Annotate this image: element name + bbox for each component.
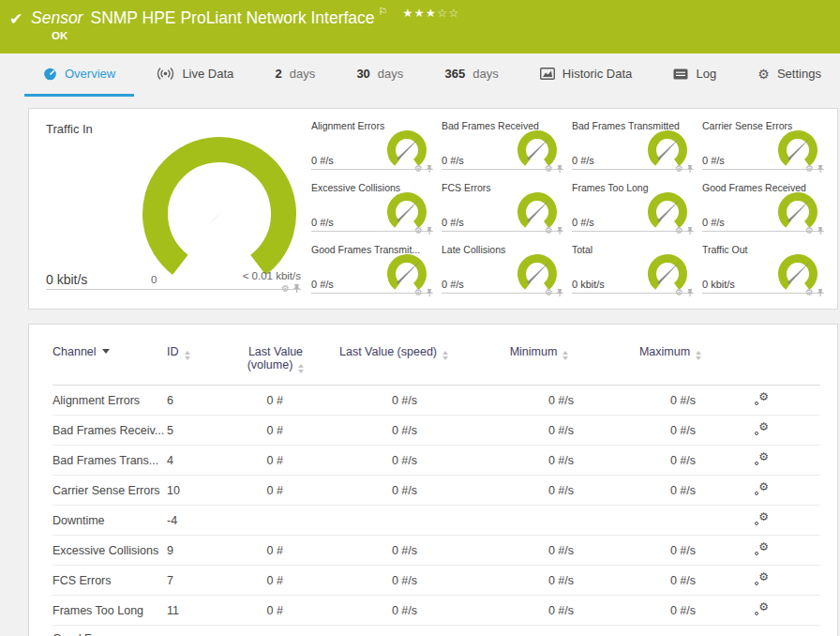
channel-gear-icon[interactable]: ⚙ [281, 284, 290, 294]
channel-gauge-cell[interactable]: Late Collisions 0 #/s ⚙ [442, 244, 563, 294]
column-header-id[interactable]: ID [167, 325, 232, 386]
channel-gauge-cell[interactable]: Bad Frames Transmitted 0 #/s ⚙ [572, 120, 694, 170]
channel-gear-icon[interactable]: ⚙ [414, 226, 423, 235]
channel-name-cell[interactable]: Frames Too Long [52, 596, 167, 626]
channel-gauge-cell[interactable]: Total 0 kbit/s ⚙ [572, 244, 694, 294]
pin-icon[interactable] [556, 164, 563, 174]
channel-gauge-cell[interactable]: Frames Too Long 0 #/s ⚙ [572, 182, 694, 232]
pin-icon[interactable] [817, 164, 824, 174]
column-header-last-value-speed[interactable]: Last Value (speed) [319, 325, 469, 386]
sort-icon [298, 364, 304, 373]
pin-icon[interactable] [426, 226, 433, 235]
channel-name-cell[interactable]: Good Frames Recei... [52, 626, 167, 636]
channel-settings-icon[interactable]: ⚙ [755, 482, 769, 495]
tab-log[interactable]: Log [654, 53, 735, 97]
table-row: Frames Too Long 11 0 # 0 #/s 0 #/s 0 #/s… [52, 596, 820, 626]
gauge-scale-min: 0 [151, 274, 157, 285]
tab-number: 365 [445, 67, 466, 81]
pin-icon[interactable] [292, 283, 301, 294]
stars-empty: ☆☆ [437, 7, 460, 20]
channel-gear-icon[interactable]: ⚙ [545, 288, 553, 297]
last-value-volume-cell: 0 # [232, 386, 319, 416]
channel-gauge-cell[interactable]: Alignment Errors 0 #/s ⚙ [311, 120, 433, 170]
channel-gear-icon[interactable]: ⚙ [805, 164, 814, 174]
broadcast-icon [157, 68, 174, 80]
channel-gauge-cell[interactable]: FCS Errors 0 #/s ⚙ [442, 182, 563, 232]
channel-gauge-cell[interactable]: Traffic Out 0 kbit/s ⚙ [702, 244, 824, 294]
gauge-value: 0 #/s [702, 217, 725, 228]
channel-name-cell[interactable]: Carrier Sense Errors [52, 476, 167, 506]
channel-gauge-cell[interactable]: Good Frames Received 0 #/s ⚙ [702, 182, 824, 232]
tab-label: Log [696, 67, 716, 81]
column-header-minimum[interactable]: Minimum [469, 325, 609, 386]
last-value-volume-cell: 0 # [232, 596, 319, 626]
channel-name-cell[interactable]: Excessive Collisions [52, 536, 167, 566]
channel-settings-icon[interactable]: ⚙ [755, 602, 769, 615]
tab-historic-data[interactable]: Historic Data [521, 53, 651, 97]
channel-settings-icon[interactable]: ⚙ [755, 392, 769, 405]
channel-settings-icon[interactable]: ⚙ [755, 422, 769, 435]
last-value-volume-cell: 0 # [232, 566, 319, 596]
status-badge: OK [52, 30, 68, 41]
channel-settings-icon[interactable]: ⚙ [755, 542, 769, 555]
pin-icon[interactable] [686, 288, 694, 297]
priority-star-rating[interactable]: ★★★☆☆ [402, 7, 459, 20]
channel-id-cell: 3 [167, 626, 232, 636]
channel-gear-icon[interactable]: ⚙ [545, 164, 553, 174]
minimum-cell: 0 #/s [469, 446, 609, 476]
channel-settings-icon[interactable]: ⚙ [755, 452, 769, 465]
channel-gear-icon[interactable]: ⚙ [675, 226, 683, 235]
tab-live-data[interactable]: Live Data [138, 53, 252, 97]
channel-gauge-cell[interactable]: Excessive Collisions 0 #/s ⚙ [311, 182, 433, 232]
channel-gear-icon[interactable]: ⚙ [805, 226, 814, 235]
column-header-channel[interactable]: Channel [52, 325, 167, 386]
column-header-maximum[interactable]: Maximum [609, 325, 731, 386]
pin-icon[interactable] [686, 226, 694, 235]
channel-name-cell[interactable]: Alignment Errors [52, 386, 167, 416]
tab-2-days[interactable]: 2 days [256, 53, 334, 97]
flag-icon[interactable]: ⚐ [379, 6, 388, 17]
table-row: Good Frames Recei... 3 0 # 0 #/s 0 #/s 0… [52, 626, 820, 636]
table-row: Carrier Sense Errors 10 0 # 0 #/s 0 #/s … [52, 476, 820, 506]
object-kind-label: Sensor [31, 8, 82, 27]
channel-name-cell[interactable]: Bad Frames Trans... [52, 446, 167, 476]
channel-gear-icon[interactable]: ⚙ [414, 164, 423, 174]
maximum-cell: 0 #/s [609, 626, 731, 636]
page-title: SNMP HPE ProLiant Network Interface [90, 8, 374, 27]
channel-gauge-cell[interactable]: Bad Frames Received 0 #/s ⚙ [442, 120, 563, 170]
tab-30-days[interactable]: 30 days [338, 53, 422, 97]
channel-name-cell[interactable]: Bad Frames Receiv... [52, 416, 167, 446]
primary-channel-gauge-cell[interactable]: Traffic In 0 kbit/s 0 < 0.01 kbit/s ⚙ [46, 120, 301, 290]
channel-gear-icon[interactable]: ⚙ [414, 288, 423, 297]
channel-gear-icon[interactable]: ⚙ [805, 288, 814, 297]
channel-settings-icon[interactable]: ⚙ [755, 512, 769, 525]
minimum-cell: 0 #/s [469, 476, 609, 506]
channel-settings-icon[interactable]: ⚙ [755, 572, 769, 585]
sort-icon [696, 351, 701, 360]
channel-name-cell[interactable]: FCS Errors [52, 566, 167, 596]
pin-icon[interactable] [426, 288, 433, 297]
channel-name-cell[interactable]: Downtime [52, 506, 167, 536]
minimum-cell [469, 506, 609, 536]
pin-icon[interactable] [556, 226, 563, 235]
channel-gear-icon[interactable]: ⚙ [675, 164, 683, 174]
tab-overview[interactable]: Overview [24, 53, 134, 97]
pin-icon[interactable] [817, 226, 824, 235]
maximum-cell: 0 #/s [609, 596, 731, 626]
last-value-volume-cell: 0 # [232, 416, 319, 446]
maximum-cell [609, 506, 731, 536]
tab-365-days[interactable]: 365 days [427, 53, 518, 97]
pin-icon[interactable] [426, 164, 433, 174]
tab-settings[interactable]: ⚙ Settings [739, 53, 840, 97]
traffic-in-gauge[interactable] [123, 131, 301, 291]
channels-table-body: Alignment Errors 6 0 # 0 #/s 0 #/s 0 #/s… [52, 386, 820, 636]
pin-icon[interactable] [556, 288, 563, 297]
channel-gear-icon[interactable]: ⚙ [545, 226, 553, 235]
pin-icon[interactable] [686, 164, 694, 174]
last-value-volume-cell: 0 # [232, 476, 319, 506]
pin-icon[interactable] [817, 288, 824, 297]
channel-gauge-cell[interactable]: Good Frames Transmit... 0 #/s ⚙ [311, 244, 433, 294]
channel-gauge-cell[interactable]: Carrier Sense Errors 0 #/s ⚙ [702, 120, 824, 170]
channel-gear-icon[interactable]: ⚙ [675, 288, 683, 297]
column-header-last-value-volume[interactable]: Last Value (volume) [232, 325, 319, 386]
